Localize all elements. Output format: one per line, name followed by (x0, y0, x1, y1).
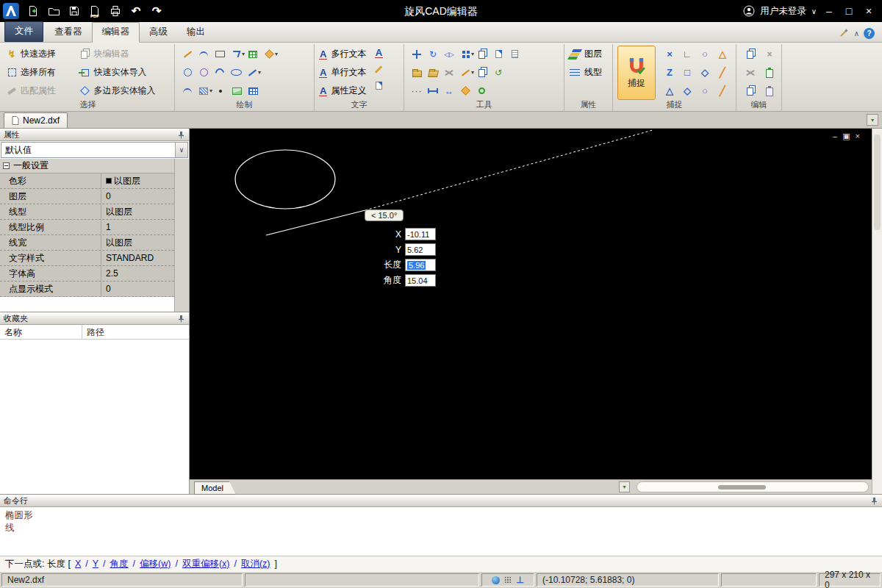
grid-status-icon[interactable] (504, 576, 512, 584)
draw-rectangle-button[interactable] (212, 46, 228, 62)
property-row-color[interactable]: 色彩 以图层 (0, 173, 174, 189)
tool-folder-button[interactable] (409, 65, 425, 81)
tool-cut-entity-button[interactable] (441, 65, 457, 81)
snap-endpoint-icon[interactable]: □ (684, 68, 690, 77)
select-all-button[interactable]: 选择所有 (6, 66, 71, 79)
angle-input-field[interactable]: 15.04 (405, 274, 436, 287)
menu-tab-advanced[interactable]: 高级 (140, 23, 177, 42)
tool-fill-button[interactable] (457, 83, 473, 99)
draw-shape-button[interactable] (261, 46, 277, 62)
singleline-text-button[interactable]: A 单行文本 (319, 63, 366, 82)
help-button[interactable]: ? (864, 28, 875, 39)
text-edit-button[interactable] (370, 61, 387, 77)
quick-select-button[interactable]: ↯ 快速选择 (6, 48, 71, 60)
snap-extension-icon[interactable]: Z (667, 68, 673, 77)
snap-parallel-icon[interactable]: ╱ (720, 86, 725, 96)
quick-entity-import-button[interactable]: 快速实体导入 (79, 66, 171, 79)
property-row-lineweight[interactable]: 线宽 以图层 (0, 235, 174, 251)
user-login-label[interactable]: 用户未登录 (760, 5, 806, 18)
document-tab-new2[interactable]: New2.dxf (4, 112, 68, 128)
text-style-button[interactable]: A (370, 45, 387, 61)
print-button[interactable] (106, 1, 125, 21)
export-pdf-button[interactable]: PDF (85, 1, 104, 21)
y-input-field[interactable]: 5.62 (405, 243, 436, 256)
edit-copy-button[interactable] (742, 46, 759, 62)
open-file-button[interactable] (44, 1, 63, 21)
pin-icon[interactable] (177, 315, 185, 323)
tool-array-button[interactable] (457, 46, 473, 62)
tool-regen-button[interactable] (473, 83, 490, 99)
mdi-minimize-button[interactable]: – (833, 132, 837, 140)
edit-paste-button[interactable] (761, 65, 778, 81)
user-chevron-down-icon[interactable]: ∨ (811, 7, 817, 15)
property-row-text-style[interactable]: 文字样式 STANDARD (0, 251, 174, 266)
tool-wand-button[interactable] (457, 65, 473, 81)
tool-stretch-button[interactable]: ↔ (441, 83, 457, 99)
prompt-option-y[interactable]: Y (93, 559, 98, 569)
favorites-column-name[interactable]: 名称 (0, 325, 82, 339)
tool-folder-open-button[interactable] (425, 65, 441, 81)
properties-scrollbar[interactable] (174, 159, 189, 312)
block-editor-button[interactable]: 块编辑器 (79, 48, 171, 60)
mdi-restore-button[interactable]: ▣ (842, 132, 850, 140)
property-row-point-display[interactable]: 点显示模式 0 (0, 282, 174, 297)
prompt-option-offset[interactable]: 偏移(w) (140, 558, 171, 570)
preset-dropdown-chevron-icon[interactable]: ∨ (175, 143, 187, 157)
tool-duplicate-button[interactable] (474, 65, 490, 81)
snap-intersection-icon[interactable]: × (667, 49, 673, 59)
x-input-field[interactable]: -10.11 (405, 228, 436, 240)
favorites-column-path[interactable]: 路径 (82, 325, 109, 339)
length-input-field[interactable]: 5.96 (405, 259, 436, 271)
snap-nearest-icon[interactable]: ╱ (720, 68, 725, 77)
ortho-status-icon[interactable]: ⊥ (516, 575, 523, 585)
edit-delete-button[interactable]: × (761, 46, 778, 62)
tool-copy-button[interactable] (474, 46, 490, 62)
redo-button[interactable]: ↷ (147, 1, 166, 21)
draw-region-button[interactable] (245, 46, 261, 62)
snap-tangent-icon[interactable]: △ (719, 49, 726, 59)
draw-point-button[interactable] (212, 83, 229, 99)
edit-copy-with-base-button[interactable] (742, 83, 759, 99)
snap-toggle-button[interactable]: 捕捉 (617, 46, 656, 100)
draw-donut-button[interactable] (196, 65, 212, 81)
snap-node-icon[interactable]: ◇ (701, 68, 709, 77)
draw-polyline-button[interactable] (228, 46, 244, 62)
draw-line-button[interactable] (179, 46, 196, 62)
tab-list-dropdown-button[interactable]: ▾ (867, 114, 878, 126)
mdi-close-button[interactable]: × (856, 132, 860, 140)
layout-dropdown-button[interactable]: ▾ (619, 481, 630, 492)
match-properties-button[interactable]: 匹配属性 (6, 85, 71, 97)
tool-rotate-button[interactable]: ↻ (425, 46, 441, 62)
menu-tab-output[interactable]: 输出 (177, 23, 215, 42)
save-button[interactable] (65, 1, 84, 21)
snap-insertion-icon[interactable]: ○ (702, 86, 708, 96)
pin-icon[interactable] (870, 497, 878, 505)
horizontal-scroll-thumb[interactable] (718, 485, 766, 490)
collapse-icon[interactable] (3, 162, 10, 169)
snap-quadrant-icon[interactable]: ◇ (684, 86, 691, 96)
menu-tab-viewer[interactable]: 查看器 (45, 23, 92, 42)
edit-paste-special-button[interactable] (761, 83, 778, 99)
snap-perpendicular-icon[interactable]: ∟ (683, 49, 692, 59)
draw-arc-button[interactable] (212, 65, 228, 81)
command-history[interactable]: 椭圆形 线 (0, 507, 882, 556)
attribute-define-button[interactable]: A 属性定义 (319, 82, 366, 100)
prompt-option-angle[interactable]: 角度 (110, 558, 129, 570)
osnap-status-icon[interactable] (492, 576, 500, 584)
draw-table-button[interactable] (245, 83, 261, 99)
tool-refresh-button[interactable]: ↺ (490, 65, 506, 81)
multiline-text-button[interactable]: A 多行文本 (319, 45, 366, 63)
edit-cut-button[interactable] (742, 65, 759, 81)
draw-spline-button[interactable] (179, 83, 196, 99)
preset-dropdown[interactable]: 默认值 ∨ (1, 142, 188, 158)
property-row-linetype[interactable]: 线型 以图层 (0, 204, 174, 220)
text-page-edit-button[interactable] (370, 77, 387, 93)
property-row-linetype-scale[interactable]: 线型比例 1 (0, 220, 174, 235)
tool-more-button[interactable]: ··· (409, 83, 425, 99)
tool-move-button[interactable] (409, 46, 425, 62)
properties-group-header[interactable]: 一般设置 (0, 159, 174, 173)
polygon-entity-input-button[interactable]: 多边形实体输入 (79, 85, 171, 97)
linetype-button[interactable]: 线型 (569, 63, 608, 82)
tool-measure-button[interactable] (425, 83, 441, 99)
undo-button[interactable]: ↶ (126, 1, 146, 21)
